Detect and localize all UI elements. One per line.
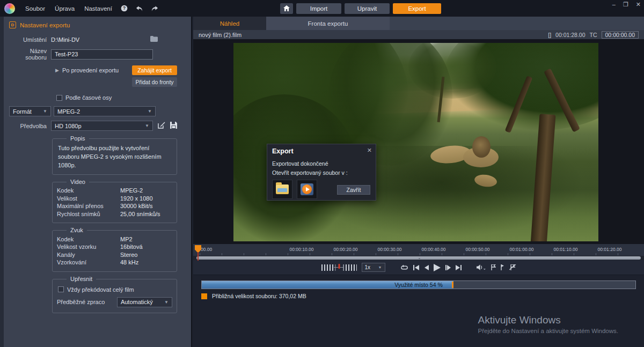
filename-row: Název souboru (9, 48, 184, 61)
open-in-player-button[interactable] (297, 180, 317, 199)
dialog-close-icon[interactable]: ✕ (367, 147, 372, 153)
start-export-button[interactable]: Zahájit export (132, 65, 177, 75)
after-export-row: ▶ Po provedení exportu Zahájit export Př… (9, 65, 184, 87)
browse-folder-icon[interactable] (150, 36, 158, 43)
after-export-toggle[interactable]: ▶ Po provedení exportu (55, 67, 119, 73)
transcode-checkbox[interactable] (58, 286, 64, 292)
filename-input[interactable] (51, 49, 153, 60)
chevron-down-icon: ▼ (43, 109, 47, 114)
panel-header: D Nastavení exportu (9, 21, 184, 28)
menubar: Soubor Úprava Nastavení ? Import Upravit… (0, 0, 644, 17)
volume-button[interactable] (477, 264, 486, 270)
tab-fronta-exportu[interactable]: Fronta exportu (266, 17, 390, 30)
scrollbar-thumb[interactable] (196, 256, 641, 260)
undo-icon[interactable] (135, 5, 143, 12)
help-icon[interactable]: ? (121, 5, 128, 12)
file-explorer-icon (276, 184, 289, 194)
open-in-text: Otevřít exportovaný soubor v : (272, 169, 371, 176)
menu-nastaveni[interactable]: Nastavení (79, 5, 117, 12)
ruler-label: 00:00:10.00 (290, 247, 314, 252)
timeline-ruler[interactable]: 00.00 00:00:10.00 00:00:20.00 00:00:30.0… (193, 244, 644, 256)
range-duration-icon: [] (548, 32, 551, 38)
ruler-ticks (200, 253, 636, 255)
video-bitrate-row: Maximální přenos30000 kBit/s (57, 203, 172, 209)
audio-samplerate-value: 48 kHz (120, 259, 138, 265)
preset-dropdown[interactable]: HD 1080p ▼ (51, 121, 153, 131)
format-dropdown[interactable]: MPEG-2 ▼ (54, 106, 156, 116)
audio-samplesize-value: 16bitová (120, 243, 143, 250)
ruler-label: 00:00:30.00 (378, 247, 402, 252)
location-value: D:\Mini-DV (51, 36, 79, 43)
video-frame[interactable] (233, 43, 598, 241)
transcode-checkbox-label: Vždy překódovat celý film (67, 286, 134, 293)
playback-rate-dropdown[interactable]: 1x ▼ (362, 263, 385, 272)
video-framerate-row: Rychlost snímků25,00 snímků/s (57, 211, 172, 217)
export-complete-dialog: Export ✕ Exportovat dokončené Otevřít ex… (267, 144, 376, 201)
audio-samplesize-label: Velikost vzorku (57, 243, 120, 250)
window-controls: – ❐ ✕ (612, 1, 641, 8)
transport-controls: 1x ▼ (193, 260, 644, 275)
after-export-label: Po provedení exportu (62, 67, 119, 73)
watermark-title: Aktivujte Windows (478, 314, 618, 326)
shuttle-control[interactable] (321, 264, 357, 271)
playhead-line (197, 252, 199, 261)
mark-out-icon[interactable] (501, 264, 504, 270)
edit-preset-icon[interactable] (158, 122, 165, 130)
disk-usage-label: Využité místo 54 % (202, 281, 635, 289)
go-to-end-button[interactable] (456, 265, 462, 270)
timecode-field[interactable]: 00:00:00.00 (602, 31, 639, 39)
description-text: Tuto předvolbu použijte k vytvoření soub… (57, 143, 172, 170)
close-icon[interactable]: ✕ (636, 1, 641, 8)
tab-nahled[interactable]: Náhled (193, 17, 266, 30)
app-logo-icon (4, 3, 15, 14)
preview-tabs: Náhled Fronta exportu (193, 17, 644, 30)
redo-icon[interactable] (151, 5, 159, 12)
dialog-close-button[interactable]: Zavřít (337, 185, 370, 195)
menu-uprava[interactable]: Úprava (50, 5, 79, 12)
loop-button[interactable] (400, 264, 408, 271)
add-to-queue-button[interactable]: Přidat do fronty (132, 77, 177, 87)
ruler-label: 00:00:50.00 (466, 247, 490, 252)
step-forward-button[interactable] (445, 265, 451, 270)
preprocess-dropdown[interactable]: Automatický ▼ (117, 297, 172, 307)
play-button[interactable] (434, 264, 441, 271)
video-framerate-label: Rychlost snímků (57, 211, 120, 217)
audio-channels-label: Kanály (57, 252, 120, 258)
menu-soubor[interactable]: Soubor (20, 5, 50, 12)
advanced-group: Upřesnit Vždy překódovat celý film Předb… (52, 279, 177, 313)
export-settings-icon: D (9, 21, 16, 28)
chevron-right-icon: ▶ (55, 68, 59, 73)
timeline-checkbox[interactable] (56, 95, 62, 101)
restore-icon[interactable]: ❐ (623, 1, 628, 8)
mark-in-icon[interactable] (491, 264, 496, 270)
film-title: nový film (2).film (199, 32, 241, 38)
clear-marks-icon[interactable] (509, 264, 516, 270)
transcode-checkbox-row: Vždy překódovat celý film (58, 286, 172, 293)
edit-button[interactable]: Upravit (345, 3, 390, 14)
chevron-down-icon: ▼ (145, 123, 149, 128)
audio-samplerate-row: Vzorkování48 kHz (57, 259, 172, 265)
playback-rate-value: 1x (365, 264, 371, 270)
app-window: Soubor Úprava Nastavení ? Import Upravit… (0, 0, 644, 347)
minimize-icon[interactable]: – (612, 1, 616, 8)
ruler-label: 00:01:10.00 (554, 247, 578, 252)
timeline-scrollbar[interactable] (193, 256, 644, 260)
preview-area: Export ✕ Exportovat dokončené Otevřít ex… (193, 39, 644, 244)
audio-samplerate-label: Vzorkování (57, 259, 120, 265)
file-size-row: Přibližná velikost souboru: 370,02 MB (201, 293, 306, 299)
import-button[interactable]: Import (296, 3, 341, 14)
tabs-filler (390, 17, 644, 30)
step-back-button[interactable] (424, 265, 429, 270)
save-preset-icon[interactable] (170, 122, 177, 130)
export-button[interactable]: Export (393, 3, 441, 14)
file-size-label: Přibližná velikost souboru: 370,02 MB (212, 293, 306, 299)
video-codec-label: Kodek (57, 187, 120, 194)
tc-label: TC (590, 32, 597, 38)
open-in-explorer-button[interactable] (272, 180, 292, 199)
file-size-swatch-icon (201, 293, 207, 299)
format-category-dropdown[interactable]: Formát ▼ (9, 106, 51, 116)
home-button[interactable] (280, 3, 293, 14)
description-group: Popis Tuto předvolbu použijte k vytvořen… (52, 138, 177, 175)
preprocess-label: Předběžné zpraco (57, 299, 117, 305)
go-to-start-button[interactable] (413, 265, 419, 270)
